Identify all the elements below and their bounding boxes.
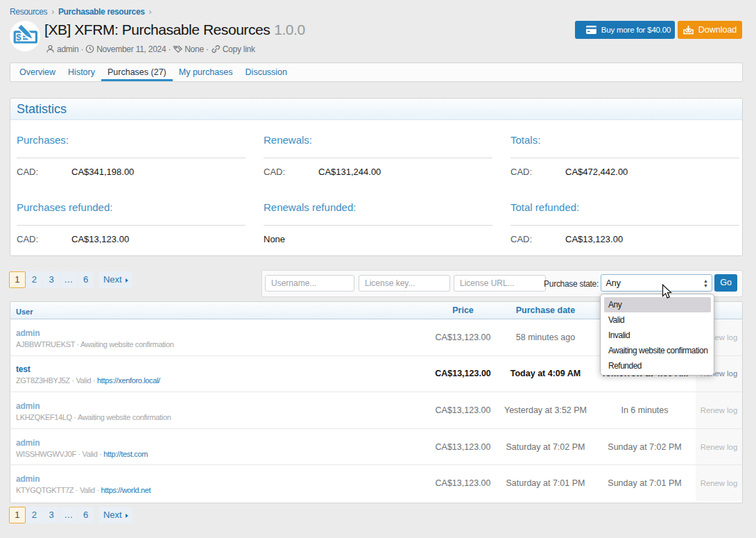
svg-text:$: $ bbox=[16, 32, 22, 42]
